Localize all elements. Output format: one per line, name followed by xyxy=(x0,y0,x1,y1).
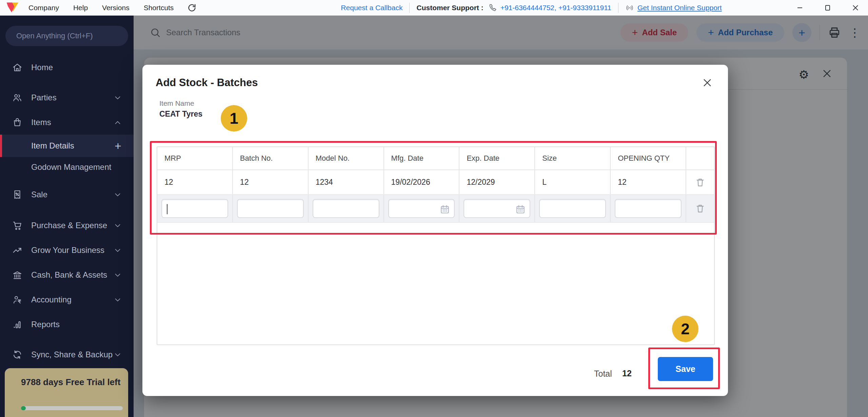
new-cell-size xyxy=(535,195,611,222)
new-cell-mrp xyxy=(157,195,233,222)
sidebar-item-godown-management[interactable]: Godown Management xyxy=(0,157,134,177)
sidebar-item-items[interactable]: Items xyxy=(0,110,134,135)
cell-mfg-date[interactable]: 19/02/2026 xyxy=(384,170,460,194)
purchase-icon xyxy=(12,220,22,231)
sidebar-item-label: Accounting xyxy=(31,295,113,304)
column-header-model-no: Model No. xyxy=(309,147,384,170)
chevron-down-icon xyxy=(113,350,122,359)
sidebar-item-label: Godown Management xyxy=(31,162,113,172)
cell-exp-date[interactable]: 12/2029 xyxy=(459,170,535,194)
sidebar-item-label: Sync, Share & Backup xyxy=(31,350,113,359)
column-header-size: Size xyxy=(535,147,611,170)
mrp-input[interactable] xyxy=(161,199,228,218)
menu-bar: CompanyHelpVersionsShortcuts xyxy=(28,4,174,12)
customer-support-label: Customer Support : xyxy=(416,4,483,12)
parties-icon xyxy=(12,93,22,103)
sidebar-nav: HomePartiesItemsItem Details+Godown Mana… xyxy=(0,55,134,367)
sidebar-item-grow-your-business[interactable]: Grow Your Business xyxy=(0,238,134,262)
reports-icon xyxy=(12,319,22,330)
chevron-down-icon xyxy=(113,190,122,199)
sidebar-item-label: Purchase & Expense xyxy=(31,221,113,230)
spacer xyxy=(113,320,122,329)
annotation-step-1: 1 xyxy=(221,105,247,132)
cell-opening-qty[interactable]: 12 xyxy=(611,170,686,194)
add-item-icon[interactable]: + xyxy=(115,141,123,150)
divider xyxy=(618,3,618,13)
sidebar-item-label: Sale xyxy=(31,190,113,199)
new-cell-opening-qty xyxy=(611,195,686,222)
batch-row: 1212123419/02/202612/2029L12 xyxy=(157,170,714,195)
sidebar-item-label: Cash, Bank & Assets xyxy=(31,270,113,280)
trial-progress-bar xyxy=(21,406,123,410)
cell-model-no[interactable]: 1234 xyxy=(309,170,384,194)
item-name-label: Item Name xyxy=(159,99,194,107)
total-label: Total xyxy=(594,369,612,379)
save-button[interactable]: Save xyxy=(658,357,713,381)
sidebar-item-label: Home xyxy=(31,63,113,72)
grow-icon xyxy=(12,245,22,255)
calendar-icon xyxy=(515,204,526,214)
bank-icon xyxy=(12,270,22,280)
chevron-down-icon xyxy=(113,93,122,102)
menu-help[interactable]: Help xyxy=(73,4,88,12)
sidebar-item-item-details[interactable]: Item Details+ xyxy=(0,135,134,157)
sidebar-item-home[interactable]: Home xyxy=(0,55,134,80)
items-icon xyxy=(12,117,22,127)
model-no-input[interactable] xyxy=(313,199,379,218)
dialog-close-icon[interactable] xyxy=(702,77,713,88)
free-trial-text: 9788 days Free Trial left xyxy=(21,377,128,388)
titlebar: CompanyHelpVersionsShortcuts Request a C… xyxy=(0,0,868,16)
chevron-down-icon xyxy=(113,221,122,230)
support-phone-numbers[interactable]: +91-6364444752, +91-9333911911 xyxy=(500,4,611,12)
open-anything-search-input[interactable] xyxy=(5,26,128,46)
size-input[interactable] xyxy=(539,199,606,218)
sidebar-item-cash-bank-assets[interactable]: Cash, Bank & Assets xyxy=(0,262,134,287)
menu-company[interactable]: Company xyxy=(28,4,59,12)
request-callback-link[interactable]: Request a Callback xyxy=(341,4,402,12)
delete-row-button[interactable] xyxy=(686,170,714,194)
column-header-exp-date: Exp. Date xyxy=(459,147,535,170)
window-close-button[interactable] xyxy=(850,3,861,13)
batches-table: MRPBatch No.Model No.Mfg. DateExp. DateS… xyxy=(157,146,715,345)
window-minimize-button[interactable] xyxy=(795,3,805,13)
chevron-up-icon xyxy=(113,118,122,127)
column-header-actions xyxy=(686,147,714,170)
window-maximize-button[interactable] xyxy=(823,3,833,13)
free-trial-banner[interactable]: 9788 days Free Trial left Get Vyapar Pre… xyxy=(5,368,128,417)
table-header-row: MRPBatch No.Model No.Mfg. DateExp. DateS… xyxy=(157,147,714,170)
cell-mrp[interactable]: 12 xyxy=(157,170,233,194)
column-header-batch-no: Batch No. xyxy=(233,147,309,170)
new-cell-exp-date xyxy=(459,195,535,222)
calendar-icon xyxy=(440,204,450,214)
menu-versions[interactable]: Versions xyxy=(102,4,130,12)
new-cell-batch-no xyxy=(233,195,309,222)
sidebar-item-sync-share-backup[interactable]: Sync, Share & Backup xyxy=(0,342,134,367)
accounting-icon xyxy=(12,295,22,305)
refresh-icon[interactable] xyxy=(187,3,197,13)
phone-icon xyxy=(488,3,497,12)
new-batch-row xyxy=(157,195,714,223)
online-support-link[interactable]: Get Instant Online Support xyxy=(637,4,722,12)
item-name-value: CEAT Tyres xyxy=(159,110,202,119)
sidebar-item-accounting[interactable]: Accounting xyxy=(0,287,134,312)
broadcast-icon xyxy=(625,3,634,12)
batch-no-input[interactable] xyxy=(237,199,304,218)
sidebar-item-parties[interactable]: Parties xyxy=(0,85,134,110)
dialog-title: Add Stock - Batches xyxy=(156,77,258,89)
sidebar: HomePartiesItemsItem Details+Godown Mana… xyxy=(0,16,134,417)
text-cursor xyxy=(167,204,167,214)
delete-row-button[interactable] xyxy=(686,195,714,222)
opening-qty-input[interactable] xyxy=(615,199,682,218)
sync-icon xyxy=(12,350,22,360)
menu-shortcuts[interactable]: Shortcuts xyxy=(144,4,174,12)
mfg-date-input[interactable] xyxy=(388,199,455,218)
spacer xyxy=(113,163,122,172)
sidebar-item-purchase-expense[interactable]: Purchase & Expense xyxy=(0,213,134,238)
exp-date-input[interactable] xyxy=(463,199,530,218)
cell-batch-no[interactable]: 12 xyxy=(233,170,309,194)
sidebar-item-reports[interactable]: Reports xyxy=(0,312,134,337)
column-header-mrp: MRP xyxy=(157,147,233,170)
sidebar-item-label: Reports xyxy=(31,320,113,329)
cell-size[interactable]: L xyxy=(535,170,611,194)
sidebar-item-sale[interactable]: Sale xyxy=(0,182,134,207)
